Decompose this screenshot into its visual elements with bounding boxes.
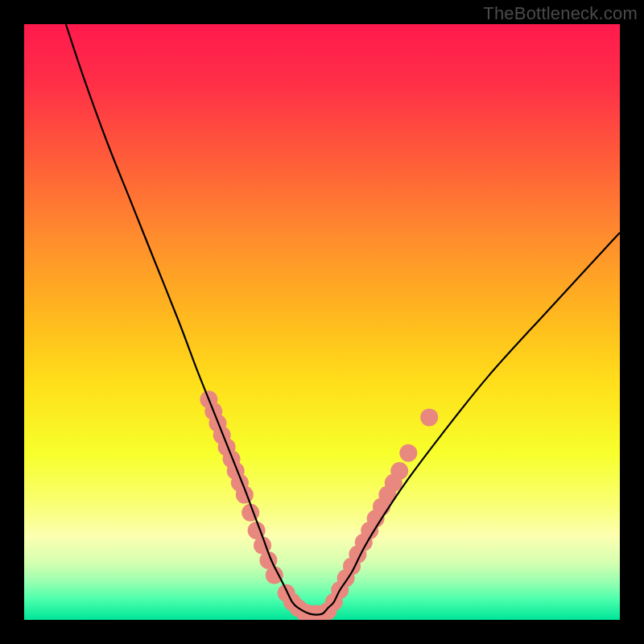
watermark-text: TheBottleneck.com [483,3,638,24]
plot-area [24,24,620,620]
data-marker [399,444,417,462]
chart-frame: TheBottleneck.com [0,0,644,644]
data-marker [266,567,283,584]
data-marker [420,408,438,426]
bottleneck-curve [66,24,620,615]
chart-svg [24,24,620,620]
marker-group [200,390,438,620]
data-marker [390,462,408,480]
